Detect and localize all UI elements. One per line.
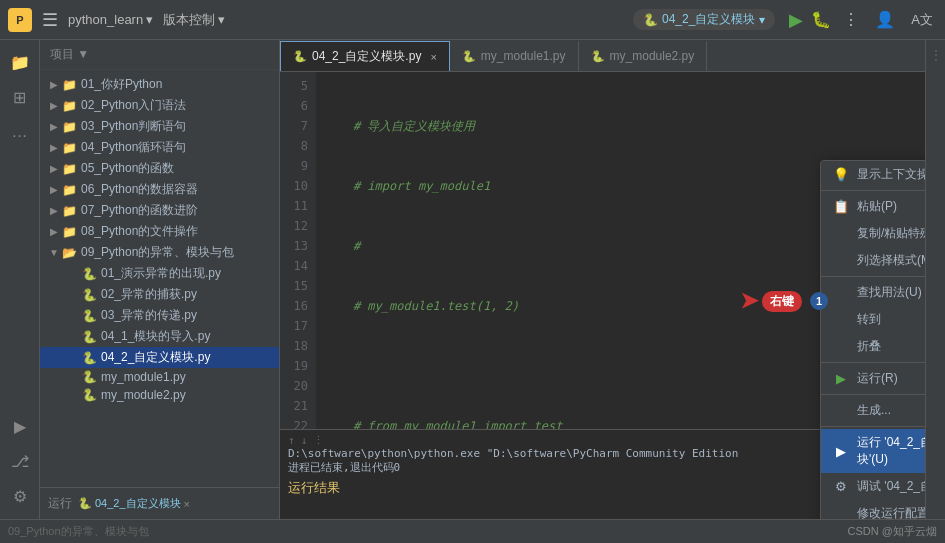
console-scroll-up[interactable]: ↑: [288, 434, 295, 447]
run-config-chevron-icon: ▾: [759, 13, 765, 27]
folder-label: 09_Python的异常、模块与包: [81, 244, 234, 261]
console-scroll-down[interactable]: ↓: [301, 434, 308, 447]
menu-separator: [821, 394, 925, 395]
run-config-selector[interactable]: 🐍 04_2_自定义模块 ▾: [633, 9, 775, 30]
app-logo: P: [8, 8, 32, 32]
topbar: P ☰ python_learn ▾ 版本控制 ▾ 🐍 04_2_自定义模块 ▾…: [0, 0, 945, 40]
tab-python-icon: 🐍: [293, 50, 307, 63]
tab-my-module1[interactable]: 🐍 my_module1.py: [450, 41, 579, 71]
ctx-debug-file[interactable]: ⚙ 调试 '04_2_自定义模块'(D): [821, 473, 925, 500]
run-file-icon: 🐍: [78, 497, 92, 510]
list-item[interactable]: ▶ 📁 07_Python的函数进阶: [40, 200, 279, 221]
paste-icon: 📋: [833, 199, 849, 214]
folder-icon: 📁: [62, 120, 77, 134]
vcs-selector[interactable]: 版本控制 ▾: [163, 11, 225, 29]
run-icon: ▶: [833, 444, 849, 459]
list-item[interactable]: ▶ 📁 03_Python判断语句: [40, 116, 279, 137]
folder-icon: 📁: [62, 99, 77, 113]
ctx-copy-paste-special[interactable]: 复制/粘贴特殊 ▶: [821, 220, 925, 247]
tab-close-button[interactable]: ×: [430, 51, 436, 63]
tab-python-icon: 🐍: [591, 50, 605, 63]
right-sidebar-icon[interactable]: ⋮: [930, 48, 942, 62]
ctx-item-label: 折叠: [857, 338, 925, 355]
folder-icon: 📁: [62, 141, 77, 155]
hamburger-menu[interactable]: ☰: [38, 9, 62, 31]
list-item[interactable]: 🐍 03_异常的传递.py: [40, 305, 279, 326]
run-bar-file[interactable]: 🐍 04_2_自定义模块 ×: [78, 496, 190, 511]
run-bar: 运行 🐍 04_2_自定义模块 ×: [40, 487, 279, 519]
ctx-find-usages[interactable]: 查找用法(U) Alt+F7: [821, 279, 925, 306]
run-result-label: 运行结果: [288, 479, 340, 497]
ctx-modify-run-config[interactable]: 修改运行配置...: [821, 500, 925, 519]
file-label: 02_异常的捕获.py: [101, 286, 197, 303]
more-actions-button[interactable]: ⋮: [839, 8, 863, 31]
ctx-item-label: 调试 '04_2_自定义模块'(D): [857, 478, 925, 495]
ctx-column-select[interactable]: 列选择模式(M) Alt+Shift+Insert: [821, 247, 925, 274]
tab-my-module2[interactable]: 🐍 my_module2.py: [579, 41, 708, 71]
list-item[interactable]: 🐍 04_1_模块的导入.py: [40, 326, 279, 347]
tab-python-icon: 🐍: [462, 50, 476, 63]
ctx-item-label: 转到: [857, 311, 925, 328]
ctx-fold[interactable]: 折叠 ▶: [821, 333, 925, 360]
lightbulb-icon: 💡: [833, 167, 849, 182]
ctx-item-label: 粘贴(P): [857, 198, 925, 215]
run-file-name: 04_2_自定义模块: [95, 496, 181, 511]
list-item[interactable]: 🐍 my_module2.py: [40, 386, 279, 404]
list-item[interactable]: ▶ 📁 01_你好Python: [40, 74, 279, 95]
ctx-run-right-click[interactable]: ▶ 运行(R) ▶: [821, 365, 925, 392]
sidebar-icon-structure[interactable]: ⊞: [8, 83, 31, 112]
file-label: 04_1_模块的导入.py: [101, 328, 210, 345]
sidebar-icon-more[interactable]: …: [7, 118, 33, 146]
sidebar-icon-run[interactable]: ▶: [9, 412, 31, 441]
python-file-icon: 🐍: [82, 309, 97, 323]
run-button[interactable]: ▶: [789, 9, 803, 31]
file-tree-header: 项目 ▼: [40, 40, 279, 70]
python-file-icon: 🐍: [82, 351, 97, 365]
list-item[interactable]: ▶ 📁 02_Python入门语法: [40, 95, 279, 116]
editor-tabs: 🐍 04_2_自定义模块.py × 🐍 my_module1.py 🐍 my_m…: [280, 40, 925, 72]
folder-arrow-icon: ▶: [48, 142, 60, 153]
ctx-goto[interactable]: 转到 ▶: [821, 306, 925, 333]
list-item[interactable]: ▼ 📂 09_Python的异常、模块与包: [40, 242, 279, 263]
list-item[interactable]: 🐍 02_异常的捕获.py: [40, 284, 279, 305]
folder-icon: 📁: [62, 78, 77, 92]
translate-button[interactable]: A文: [907, 9, 937, 31]
file-label: 01_演示异常的出现.py: [101, 265, 221, 282]
file-label: my_module1.py: [101, 370, 186, 384]
ctx-show-context-actions[interactable]: 💡 显示上下文操作 Alt+Enter: [821, 161, 925, 188]
statusbar-right: CSDN @知乎云烟: [848, 524, 937, 539]
folder-open-icon: 📂: [62, 246, 77, 260]
list-item[interactable]: ▶ 📁 08_Python的文件操作: [40, 221, 279, 242]
ctx-item-label: 查找用法(U): [857, 284, 925, 301]
statusbar-credit: CSDN @知乎云烟: [848, 524, 937, 539]
menu-separator: [821, 276, 925, 277]
sidebar-icon-settings[interactable]: ⚙: [8, 482, 32, 511]
arrow-right-icon: ➤: [740, 288, 758, 314]
list-item[interactable]: ▶ 📁 05_Python的函数: [40, 158, 279, 179]
ctx-item-label: 运行(R): [857, 370, 925, 387]
list-item[interactable]: 🐍 my_module1.py: [40, 368, 279, 386]
list-item[interactable]: ▶ 📁 04_Python循环语句: [40, 137, 279, 158]
debug-button[interactable]: 🐛: [811, 10, 831, 29]
ctx-generate[interactable]: 生成... Alt+Insert: [821, 397, 925, 424]
ctx-paste[interactable]: 📋 粘贴(P) Ctrl+V: [821, 193, 925, 220]
list-item[interactable]: ▶ 📁 06_Python的数据容器: [40, 179, 279, 200]
account-button[interactable]: 👤: [871, 8, 899, 31]
folder-label: 08_Python的文件操作: [81, 223, 198, 240]
ctx-item-label: 运行 '04_2_自定义模块'(U): [857, 434, 925, 468]
run-file-close[interactable]: ×: [184, 498, 190, 510]
ctx-run-file[interactable]: ▶ 运行 '04_2_自定义模块'(U) Ctrl+Shift+F10 2 ⬅: [821, 429, 925, 473]
folder-icon: 📁: [62, 183, 77, 197]
folder-arrow-icon: ▼: [48, 247, 60, 258]
list-item[interactable]: 🐍 01_演示异常的出现.py: [40, 263, 279, 284]
project-selector[interactable]: python_learn ▾: [68, 12, 153, 27]
sidebar-icon-files[interactable]: 📁: [5, 48, 35, 77]
ctx-item-label: 显示上下文操作: [857, 166, 925, 183]
tab-04-2[interactable]: 🐍 04_2_自定义模块.py ×: [280, 41, 450, 71]
file-tree-panel: 项目 ▼ ▶ 📁 01_你好Python ▶ 📁 02_Python入门语法 ▶…: [40, 40, 280, 519]
list-item[interactable]: 🐍 04_2_自定义模块.py: [40, 347, 279, 368]
sidebar-icon-git[interactable]: ⎇: [6, 447, 34, 476]
file-tree-title: 项目 ▼: [50, 46, 89, 63]
ctx-item-label: 生成...: [857, 402, 925, 419]
python-file-icon: 🐍: [82, 388, 97, 402]
